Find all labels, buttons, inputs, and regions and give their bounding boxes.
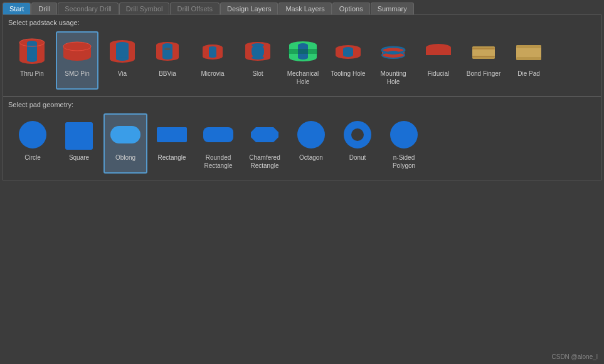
- tab-options[interactable]: Options: [332, 3, 370, 14]
- padstack-item-microvia[interactable]: Microvia: [191, 31, 234, 90]
- fiducial-icon: [420, 35, 457, 68]
- padstack-item-mounting-hole[interactable]: Mounting Hole: [372, 31, 415, 90]
- svg-point-22: [162, 56, 172, 60]
- svg-point-72: [297, 121, 325, 148]
- padstack-section-label: Select padstack usage:: [8, 19, 596, 26]
- padstack-item-die-pad[interactable]: Die Pad: [507, 31, 550, 90]
- geometry-item-donut[interactable]: Donut: [336, 113, 379, 174]
- fiducial-label: Fiducial: [428, 70, 449, 78]
- mechanical-hole-icon: [284, 35, 322, 68]
- padstack-item-thru-pin[interactable]: Thru Pin: [11, 31, 53, 90]
- svg-rect-15: [116, 44, 129, 59]
- svg-marker-71: [251, 127, 278, 142]
- svg-rect-59: [472, 46, 495, 49]
- padstack-item-bond-finger[interactable]: Bond Finger: [462, 31, 505, 90]
- tab-start[interactable]: Start: [3, 3, 31, 14]
- bbvia-icon: [149, 35, 186, 68]
- thru-pin-icon: [13, 35, 51, 68]
- bond-finger-icon: [465, 35, 502, 68]
- svg-point-34: [252, 43, 264, 47]
- mounting-hole-icon: [374, 35, 412, 68]
- padstack-item-tooling-hole[interactable]: Tooling Hole: [327, 31, 369, 90]
- geometry-item-chamfered-rectangle[interactable]: Chamfered Rectangle: [243, 113, 287, 174]
- tooling-hole-label: Tooling Hole: [331, 70, 365, 78]
- geometry-section: Select pad geometry: CircleSquareOblongR…: [3, 97, 601, 180]
- svg-point-23: [164, 48, 171, 50]
- rectangle-shape: [153, 117, 191, 152]
- padstack-grid: Thru Pin SMD Pin Via BBVia: [8, 31, 596, 90]
- microvia-label: Microvia: [201, 70, 224, 78]
- svg-rect-4: [27, 43, 37, 60]
- n-sided-polygon-label: n-Sided Polygon: [384, 153, 423, 170]
- padstack-item-mechanical-hole[interactable]: Mechanical Hole: [282, 31, 324, 90]
- svg-rect-42: [288, 49, 318, 54]
- circle-label: Circle: [24, 153, 41, 162]
- geometry-item-rounded-rectangle[interactable]: Rounded Rectangle: [196, 113, 240, 174]
- geometry-item-circle[interactable]: Circle: [11, 113, 55, 174]
- svg-rect-70: [203, 127, 233, 142]
- svg-rect-69: [157, 127, 187, 142]
- via-label: Via: [118, 70, 127, 78]
- chamfered-rectangle-label: Chamfered Rectangle: [245, 153, 284, 170]
- thru-pin-label: Thru Pin: [20, 70, 44, 78]
- octagon-label: Octagon: [299, 153, 323, 162]
- svg-rect-64: [516, 45, 541, 48]
- microvia-icon: [194, 35, 231, 68]
- tab-summary[interactable]: Summary: [371, 3, 414, 14]
- rounded-rectangle-label: Rounded Rectangle: [199, 153, 238, 170]
- svg-rect-65: [516, 57, 541, 60]
- main-panel: Select padstack usage: Thru Pin SMD Pin: [3, 14, 601, 180]
- watermark: CSDN @alone_l: [551, 353, 598, 360]
- svg-point-9: [63, 52, 91, 61]
- svg-rect-60: [472, 56, 495, 59]
- square-label: Square: [69, 153, 89, 162]
- rounded-rectangle-shape: [199, 117, 237, 152]
- rectangle-label: Rectangle: [157, 153, 186, 162]
- svg-point-16: [116, 57, 129, 61]
- bond-finger-label: Bond Finger: [467, 70, 501, 78]
- geometry-grid: CircleSquareOblongRectangleRounded Recta…: [8, 113, 596, 174]
- svg-point-41: [298, 56, 308, 60]
- geometry-item-octagon[interactable]: Octagon: [289, 113, 333, 174]
- tab-mask-layers[interactable]: Mask Layers: [278, 3, 331, 14]
- svg-rect-67: [65, 122, 93, 150]
- mechanical-hole-label: Mechanical Hole: [284, 70, 322, 86]
- padstack-section: Select padstack usage: Thru Pin SMD Pin: [3, 15, 601, 97]
- chamfered-rectangle-shape: [246, 117, 283, 152]
- slot-icon: [239, 35, 277, 68]
- tab-drill-symbol: Drill Symbol: [119, 3, 170, 14]
- padstack-item-via[interactable]: Via: [101, 31, 144, 90]
- via-icon: [103, 35, 141, 68]
- svg-point-29: [209, 55, 216, 58]
- donut-shape: [339, 117, 376, 152]
- geometry-item-oblong[interactable]: Oblong: [103, 113, 147, 174]
- padstack-item-slot[interactable]: Slot: [236, 31, 279, 90]
- geometry-item-n-sided-polygon[interactable]: n-Sided Polygon: [382, 113, 426, 174]
- geometry-item-square[interactable]: Square: [57, 113, 101, 174]
- tab-design-layers[interactable]: Design Layers: [220, 3, 278, 14]
- svg-point-54: [388, 51, 399, 55]
- padstack-item-smd-pin[interactable]: SMD Pin: [56, 31, 98, 90]
- bbvia-label: BBVia: [159, 70, 176, 78]
- smd-pin-icon: [58, 35, 96, 68]
- square-shape: [60, 117, 98, 152]
- padstack-item-bbvia[interactable]: BBVia: [146, 31, 189, 90]
- tab-secondary-drill: Secondary Drill: [58, 3, 119, 14]
- oblong-shape: [107, 117, 144, 152]
- circle-shape: [14, 117, 51, 152]
- svg-point-48: [343, 53, 353, 57]
- octagon-shape: [292, 117, 330, 152]
- tooling-hole-icon: [329, 35, 367, 68]
- geometry-item-rectangle[interactable]: Rectangle: [150, 113, 194, 174]
- svg-rect-28: [209, 48, 216, 56]
- donut-label: Donut: [349, 153, 366, 162]
- n-sided-polygon-shape: [385, 117, 423, 152]
- oblong-label: Oblong: [115, 153, 135, 162]
- svg-point-74: [351, 128, 364, 141]
- svg-rect-68: [110, 126, 140, 143]
- svg-point-66: [19, 121, 46, 148]
- padstack-item-fiducial[interactable]: Fiducial: [417, 31, 460, 90]
- svg-point-57: [426, 44, 451, 51]
- svg-point-5: [27, 58, 37, 62]
- tab-drill[interactable]: Drill: [31, 3, 57, 14]
